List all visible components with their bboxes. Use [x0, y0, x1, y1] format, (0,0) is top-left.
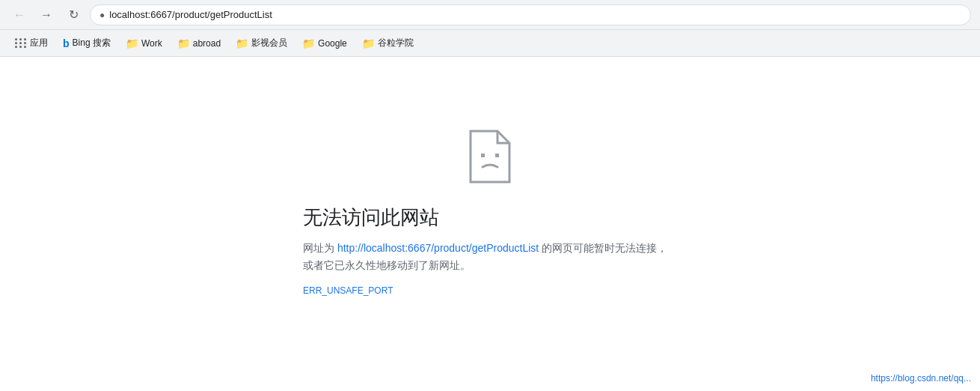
bookmark-abroad-label: abroad: [193, 38, 221, 49]
bookmark-abroad[interactable]: 📁 abroad: [171, 34, 227, 52]
url-text: localhost:6667/product/getProductList: [109, 9, 272, 20]
bookmark-work-label: Work: [141, 38, 162, 49]
folder-guli-icon: 📁: [362, 37, 375, 49]
content-area: 无法访问此网站 网址为 http://localhost:6667/produc…: [0, 57, 980, 391]
svg-rect-0: [481, 154, 485, 157]
bookmark-bing-label: Bing 搜索: [73, 37, 111, 49]
address-bar[interactable]: ● localhost:6667/product/getProductList: [90, 4, 971, 25]
refresh-icon: ↻: [69, 7, 79, 22]
security-icon: ●: [99, 10, 105, 20]
bookmark-bing[interactable]: b Bing 搜索: [57, 34, 117, 52]
bookmark-guli-label: 谷粒学院: [378, 37, 414, 49]
svg-rect-1: [495, 154, 499, 157]
back-icon: ←: [13, 8, 25, 22]
bookmark-apps[interactable]: 应用: [9, 34, 54, 52]
folder-yingshi-icon: 📁: [236, 37, 248, 49]
bookmark-google-label: Google: [318, 38, 347, 49]
bottom-right-link[interactable]: https://blog.csdn.net/qq...: [871, 373, 971, 384]
bookmarks-bar: 应用 b Bing 搜索 📁 Work 📁 abroad 📁 影视会员 📁 Go…: [0, 30, 980, 57]
bookmark-guli[interactable]: 📁 谷粒学院: [356, 34, 420, 52]
error-title: 无法访问此网站: [303, 204, 677, 231]
refresh-button[interactable]: ↻: [63, 4, 84, 25]
bing-icon: b: [63, 37, 70, 49]
browser-frame: ← → ↻ ● localhost:6667/product/getProduc…: [0, 0, 980, 391]
error-desc-prefix: 网址为: [303, 242, 337, 254]
folder-work-icon: 📁: [126, 37, 138, 49]
folder-google-icon: 📁: [302, 37, 315, 49]
error-icon: [468, 130, 512, 184]
bookmark-apps-label: 应用: [30, 37, 48, 49]
error-description: 网址为 http://localhost:6667/product/getPro…: [303, 240, 677, 273]
error-content: 无法访问此网站 网址为 http://localhost:6667/produc…: [303, 204, 677, 296]
bookmark-yingshi[interactable]: 📁 影视会员: [230, 34, 293, 52]
back-button[interactable]: ←: [9, 4, 30, 25]
error-url-link[interactable]: http://localhost:6667/product/getProduct…: [337, 242, 539, 254]
bookmark-work[interactable]: 📁 Work: [120, 34, 168, 52]
forward-icon: →: [40, 8, 52, 22]
error-code[interactable]: ERR_UNSAFE_PORT: [303, 285, 677, 296]
apps-icon: [15, 38, 27, 48]
bookmark-yingshi-label: 影视会员: [251, 37, 287, 49]
forward-button[interactable]: →: [36, 4, 57, 25]
sad-document-svg: [468, 130, 512, 184]
nav-bar: ← → ↻ ● localhost:6667/product/getProduc…: [0, 0, 980, 30]
bookmark-google[interactable]: 📁 Google: [296, 34, 353, 52]
folder-abroad-icon: 📁: [177, 37, 190, 49]
